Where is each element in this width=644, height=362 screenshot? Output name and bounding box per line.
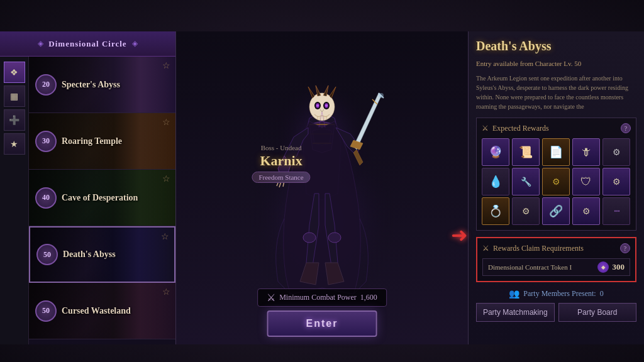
reward-item: 📄 bbox=[542, 138, 570, 166]
dungeon-item-deaths[interactable]: 50 Death's Abyss ☆ bbox=[29, 226, 175, 283]
sidebar-content: ❖ ▦ ➕ ★ 20 Specter's Abyss bbox=[0, 57, 175, 344]
rewards-help-button[interactable]: ? bbox=[621, 123, 631, 133]
party-members-label: Party Members Present: bbox=[523, 289, 596, 299]
reward-item: 🛡 bbox=[572, 168, 600, 195]
reward-item: 🔧 bbox=[512, 168, 540, 195]
content-area: Dimensional Circle ❖ ▦ ➕ ★ bbox=[0, 31, 644, 344]
party-buttons: Party Matchmaking Party Board bbox=[476, 303, 636, 322]
party-section: 👥 Party Members Present: 0 Party Matchma… bbox=[476, 288, 636, 322]
dungeon-content-roaring: 30 Roaring Temple bbox=[29, 113, 175, 169]
reward-icon-13: 🔗 bbox=[549, 204, 563, 218]
enter-button[interactable]: Enter bbox=[267, 310, 377, 337]
party-board-button[interactable]: Party Board bbox=[558, 303, 637, 322]
dungeon-star-roaring: ☆ bbox=[162, 117, 170, 128]
level-badge-specter: 20 bbox=[35, 74, 57, 96]
boss-stance-badge: Freedom Stance bbox=[252, 172, 310, 183]
dungeon-list: 20 Specter's Abyss ☆ 30 Roaring Temple bbox=[29, 57, 175, 344]
reward-item: 🗡 bbox=[572, 138, 600, 166]
dungeon-content-deaths: 50 Death's Abyss bbox=[30, 228, 174, 282]
dungeon-star-deaths: ☆ bbox=[161, 231, 169, 242]
reward-icon-12: ⚙ bbox=[522, 206, 530, 217]
dungeon-name-deaths: Death's Abyss bbox=[63, 250, 116, 260]
reward-icon-9: 🛡 bbox=[580, 175, 592, 189]
dungeon-name-cave: Cave of Desperation bbox=[62, 193, 138, 203]
level-badge-deaths: 50 bbox=[36, 244, 58, 265]
level-badge-cursed: 50 bbox=[35, 300, 57, 322]
rewards-section: ⚔ Expected Rewards ? 🔮 📜 📄 🗡 ⚙ 💧 🔧 ⚙ 🛡 ⚙ bbox=[476, 118, 636, 231]
reward-item: ⚙ bbox=[542, 168, 570, 195]
right-panel: Death's Abyss Entry available from Chara… bbox=[468, 31, 644, 344]
reward-icon-7: 🔧 bbox=[521, 177, 531, 187]
reward-item: ⚙ bbox=[602, 138, 630, 166]
reward-item: ⚙ bbox=[602, 168, 630, 195]
dungeon-content-cave: 40 Cave of Desperation bbox=[29, 170, 175, 226]
reward-icon-6: 💧 bbox=[489, 175, 502, 189]
reward-icon-4: 🗡 bbox=[580, 146, 592, 159]
dungeon-name-cursed: Cursed Wasteland bbox=[62, 306, 131, 316]
reward-icon-1: 🔮 bbox=[489, 145, 502, 159]
dungeon-content-specter: 20 Specter's Abyss bbox=[29, 57, 175, 112]
boss-type-label: Boss - Undead bbox=[252, 144, 310, 151]
reward-item: ··· bbox=[602, 197, 630, 225]
dungeon-star-specter: ☆ bbox=[162, 60, 170, 71]
boss-info: Boss - Undead Karnix Freedom Stance bbox=[252, 144, 310, 183]
dungeon-item-cave[interactable]: 40 Cave of Desperation ☆ bbox=[29, 170, 175, 226]
reward-icon-14: ⚙ bbox=[582, 206, 591, 217]
icon-bar-dimensional[interactable]: ❖ bbox=[4, 62, 25, 83]
sidebar-header-title: Dimensional Circle bbox=[48, 39, 126, 49]
dungeon-item-cursed[interactable]: 50 Cursed Wasteland ☆ bbox=[29, 283, 175, 339]
reward-icon-11: 💍 bbox=[489, 204, 502, 218]
party-members-icon: 👥 bbox=[509, 288, 519, 299]
svg-point-7 bbox=[303, 233, 316, 243]
svg-point-9 bbox=[316, 104, 319, 107]
icon-bar-add[interactable]: ➕ bbox=[4, 109, 25, 131]
dungeon-description: The Arkeum Legion sent one expedition af… bbox=[476, 74, 636, 111]
arrow-indicator: ➜ bbox=[451, 223, 468, 247]
reward-item: 💧 bbox=[482, 168, 509, 195]
center-area: Boss - Undead Karnix Freedom Stance ⚔ Mi… bbox=[176, 31, 468, 344]
reward-icon-8: ⚙ bbox=[552, 177, 560, 187]
icon-bar-grid[interactable]: ▦ bbox=[4, 85, 25, 107]
claim-req-amount: ◆ 300 bbox=[597, 261, 625, 273]
token-icon: ◆ bbox=[597, 261, 609, 273]
party-members-count: 0 bbox=[600, 289, 604, 299]
combat-power-label: Minimum Combat Power bbox=[279, 293, 357, 302]
boss-name-label: Karnix bbox=[252, 153, 310, 169]
reward-item: 🔮 bbox=[482, 138, 509, 166]
sidebar-header: Dimensional Circle bbox=[0, 31, 175, 57]
claim-req-icon: ⚔ bbox=[482, 244, 489, 253]
combat-power-bar: ⚔ Minimum Combat Power 1,600 bbox=[257, 288, 387, 307]
claim-req-help-button[interactable]: ? bbox=[620, 243, 630, 253]
dungeon-star-cave: ☆ bbox=[162, 173, 170, 184]
claim-req-row: Dimensional Contract Token I ◆ 300 bbox=[482, 258, 630, 276]
combat-power-icon: ⚔ bbox=[267, 292, 275, 304]
level-badge-cave: 40 bbox=[35, 187, 57, 209]
icon-bar-star[interactable]: ★ bbox=[4, 133, 25, 155]
reward-item: 📜 bbox=[512, 138, 540, 166]
dungeon-item-specter[interactable]: 20 Specter's Abyss ☆ bbox=[29, 57, 175, 113]
claim-requirements-section: ⚔ Rewards Claim Requirements ? Dimension… bbox=[476, 237, 636, 282]
party-matchmaking-button[interactable]: Party Matchmaking bbox=[476, 303, 555, 322]
dungeon-item-roaring[interactable]: 30 Roaring Temple ☆ bbox=[29, 113, 175, 170]
dungeon-content-cursed: 50 Cursed Wasteland bbox=[29, 283, 175, 339]
party-members-info: 👥 Party Members Present: 0 bbox=[476, 288, 636, 299]
reward-item: ⚙ bbox=[572, 197, 600, 225]
svg-point-8 bbox=[328, 233, 341, 243]
reward-icon-3: 📄 bbox=[549, 145, 563, 159]
svg-point-11 bbox=[379, 93, 384, 98]
rewards-grid: 🔮 📜 📄 🗡 ⚙ 💧 🔧 ⚙ 🛡 ⚙ 💍 ⚙ 🔗 ⚙ ··· bbox=[482, 138, 631, 225]
right-panel-title: Death's Abyss bbox=[476, 39, 636, 53]
enter-button-container: Enter bbox=[267, 310, 377, 337]
reward-item: 💍 bbox=[482, 197, 509, 225]
reward-icon-5: ⚙ bbox=[613, 147, 621, 158]
claim-req-item-name: Dimensional Contract Token I bbox=[488, 263, 572, 271]
reward-icon-2: 📜 bbox=[519, 145, 533, 159]
app-container: Co-Op Dungeon ▲ 1,379 ● 4,136,579 ◆ 2,52… bbox=[0, 0, 644, 362]
svg-point-10 bbox=[325, 104, 328, 107]
level-badge-roaring: 30 bbox=[35, 131, 57, 152]
entry-requirement: Entry available from Character Lv. 50 bbox=[476, 60, 636, 67]
rewards-icon: ⚔ bbox=[482, 124, 489, 133]
dungeon-star-cursed: ☆ bbox=[162, 287, 170, 297]
reward-item: ⚙ bbox=[512, 197, 540, 225]
rewards-header: ⚔ Expected Rewards ? bbox=[482, 123, 631, 133]
